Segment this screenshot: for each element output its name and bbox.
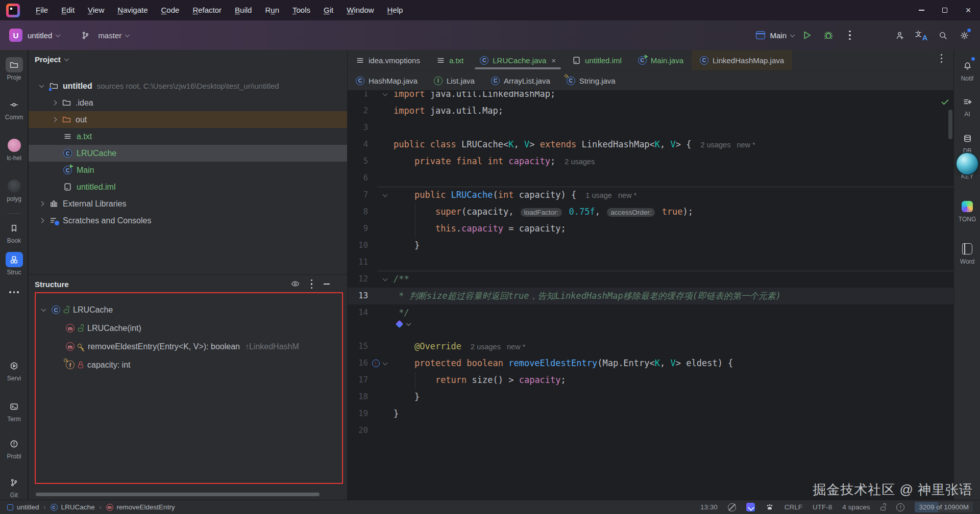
memory-indicator[interactable]: 3209 of 10900M	[915, 502, 973, 512]
stripe-item-Git[interactable]: Git	[0, 475, 28, 499]
error-indicator-icon[interactable]: !	[896, 503, 904, 511]
caret-position[interactable]: 13:30	[700, 503, 718, 511]
menu-file[interactable]: File	[29, 3, 55, 17]
stripe-item-polyg[interactable]: polyg	[0, 178, 28, 202]
stripe-item-Comm[interactable]: Comm	[0, 97, 28, 121]
unlocked-icon[interactable]	[880, 504, 886, 511]
stripe-item-TONG[interactable]: TONG	[954, 199, 980, 223]
menu-edit[interactable]: Edit	[55, 3, 81, 17]
stripe-item-Struc[interactable]: Struc	[0, 252, 28, 276]
tab-close-icon[interactable]: ×	[551, 56, 556, 65]
debug-button[interactable]	[820, 27, 837, 44]
tree-item-out[interactable]: out	[29, 111, 347, 128]
tree-item--idea[interactable]: .idea	[29, 94, 347, 111]
chevron-down-icon[interactable]	[41, 306, 46, 312]
stripe-item-DB[interactable]: DB	[954, 131, 980, 155]
tab-HashMap-java[interactable]: CHashMap.java	[348, 71, 426, 90]
tab-ArrayList-java[interactable]: CArrayList.java	[483, 71, 558, 90]
tree-item-External-Libraries[interactable]: External Libraries	[29, 195, 347, 212]
tab-String-java[interactable]: CString.java	[558, 71, 624, 90]
usages-hint[interactable]: 2 usages	[565, 158, 595, 166]
chevron-right-icon[interactable]	[39, 201, 44, 207]
stripe-item-lc-hel[interactable]: lc-hel	[0, 138, 28, 162]
settings-button[interactable]	[955, 27, 973, 44]
menu-git[interactable]: Git	[317, 3, 340, 17]
structure-item-LRUCache-int-[interactable]: mLRUCache(int)	[29, 320, 347, 337]
menu-refactor[interactable]: Refactor	[186, 3, 228, 17]
tree-item-Scratches-and-Consoles[interactable]: Scratches and Consoles	[29, 212, 347, 229]
menu-tools[interactable]: Tools	[286, 3, 317, 17]
structure-item-LRUCache[interactable]: CLRUCache	[29, 301, 347, 318]
kebab-icon[interactable]	[311, 279, 312, 289]
code-with-me-button[interactable]	[891, 27, 909, 44]
menu-code[interactable]: Code	[155, 3, 186, 17]
structure-item-removeEldestEntry-Entry-K-V-boolean[interactable]: mremoveEldestEntry(Entry<K, V>): boolean…	[29, 338, 347, 355]
stripe-item-Notif[interactable]: Notif	[954, 58, 980, 82]
tab-Main-java[interactable]: CMain.java	[630, 50, 692, 70]
baidu-comate-paw-icon[interactable]	[765, 503, 774, 512]
stripe-item-Book[interactable]: Book	[0, 220, 28, 244]
tree-item-Main[interactable]: CMain	[29, 162, 347, 178]
stripe-item-Word[interactable]: Word	[954, 241, 980, 265]
structure-horizontal-scrollbar[interactable]	[36, 493, 320, 496]
menu-window[interactable]: Window	[340, 3, 380, 17]
tab-LRUCache-java[interactable]: CLRUCache.java×	[472, 50, 564, 70]
breadcrumb-untitled[interactable]: untitled	[7, 503, 39, 511]
chevron-down-icon[interactable]	[64, 56, 69, 61]
chevron-right-icon[interactable]	[39, 218, 44, 223]
stripe-item-Term[interactable]: Term	[0, 399, 28, 423]
tree-item-LRUCache[interactable]: CLRUCache	[29, 145, 347, 162]
usages-hint[interactable]: 2 usages new *	[471, 343, 525, 351]
stripe-item-Servi[interactable]: Servi	[0, 358, 28, 382]
menu-navigate[interactable]: Navigate	[111, 3, 154, 17]
fold-chevron-icon[interactable]	[382, 360, 387, 365]
tab-options-kebab-icon[interactable]	[941, 54, 942, 63]
menu-help[interactable]: Help	[381, 3, 410, 17]
indent-style[interactable]: 4 spaces	[842, 503, 870, 511]
tab-idea-vmoptions[interactable]: idea.vmoptions	[348, 50, 428, 70]
copilot-disabled-icon[interactable]	[728, 503, 736, 511]
tree-item-a-txt[interactable]: a.txt	[29, 128, 347, 145]
vcs-branch-widget[interactable]: master	[81, 31, 129, 40]
structure-item-capacity-int[interactable]: fcapacity: int	[29, 356, 347, 373]
file-encoding[interactable]: UTF-8	[813, 503, 832, 511]
project-avatar[interactable]: U	[9, 29, 22, 42]
code-editor[interactable]: 1import java.util.LinkedHashMap;2import …	[348, 91, 953, 500]
view-options-eye-icon[interactable]	[291, 279, 300, 288]
hide-panel-button[interactable]	[324, 284, 330, 285]
stripe-item-AI[interactable]: AI	[954, 94, 980, 118]
project-widget[interactable]: untitled	[28, 31, 52, 40]
tab-List-java[interactable]: IList.java	[426, 71, 483, 90]
chevron-right-icon[interactable]	[52, 117, 57, 122]
overrides-method-icon[interactable]: ↑	[372, 359, 380, 367]
stripe-item-more[interactable]	[0, 285, 28, 300]
ai-assistant-inlay[interactable]	[397, 321, 410, 327]
minimize-button[interactable]	[910, 0, 933, 20]
stripe-item-Probl[interactable]: Probl	[0, 436, 28, 460]
translate-button[interactable]: 文A	[913, 27, 930, 44]
usages-hint[interactable]: 2 usages new *	[701, 141, 755, 149]
search-everywhere-button[interactable]	[934, 27, 951, 44]
stripe-item-KEY[interactable]: KEY	[954, 156, 980, 180]
maximize-button[interactable]	[933, 0, 957, 20]
tree-item-untitled-iml[interactable]: untitled.iml	[29, 178, 347, 195]
editor-vertical-scrollbar[interactable]	[948, 110, 952, 139]
tab-untitled-iml[interactable]: untitled.iml	[564, 50, 630, 70]
run-configuration-select[interactable]: Main	[756, 31, 794, 40]
tab-a-txt[interactable]: a.txt	[428, 50, 472, 70]
ai-plugin-icon[interactable]	[746, 503, 755, 511]
chevron-right-icon[interactable]	[52, 100, 57, 106]
menu-run[interactable]: Run	[258, 3, 286, 17]
fold-chevron-icon[interactable]	[382, 192, 387, 197]
fold-chevron-icon[interactable]	[382, 91, 387, 96]
close-button[interactable]: ×	[957, 0, 980, 20]
more-actions-button[interactable]	[841, 27, 859, 44]
tab-LinkedHashMap-java[interactable]: CLinkedHashMap.java	[692, 50, 792, 70]
tree-item-untitled[interactable]: untitledsources root, C:\Users\zjw16\Des…	[29, 78, 347, 94]
stripe-item-Proje[interactable]: Proje	[0, 57, 28, 81]
menu-view[interactable]: View	[81, 3, 111, 17]
menu-build[interactable]: Build	[228, 3, 258, 17]
chevron-down-icon[interactable]	[39, 83, 44, 88]
breadcrumb-removeEldestEntry[interactable]: mremoveEldestEntry	[106, 503, 175, 511]
run-button[interactable]	[798, 27, 816, 44]
